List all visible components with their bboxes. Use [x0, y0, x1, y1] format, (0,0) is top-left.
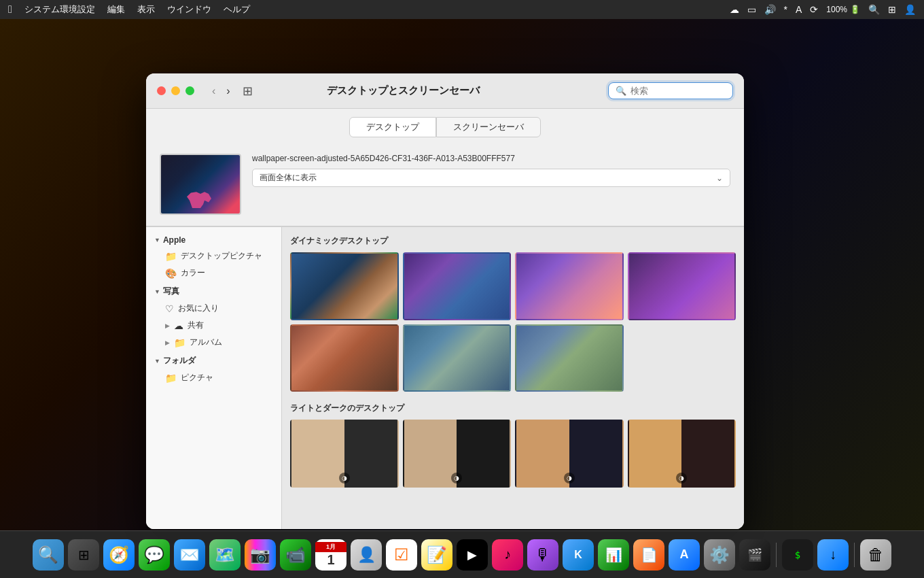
wallpaper-item-5[interactable] — [290, 324, 399, 392]
sidebar-header-folders[interactable]: ▼ フォルダ — [146, 352, 281, 369]
desktop: ‹ › ⊞ デスクトップとスクリーンセーバ 🔍 デスクトップ スクリーンセーバ — [0, 19, 924, 530]
lightdark-desktop-grid: ◑ ◑ ◑ ◑ — [290, 420, 736, 488]
lightdark-item-4[interactable]: ◑ — [628, 420, 736, 488]
wallpaper-item-6[interactable] — [403, 324, 512, 392]
wallpaper-item-4[interactable] — [628, 252, 736, 320]
sidebar-albums-label: アルバム — [190, 337, 222, 348]
sidebar-header-photos[interactable]: ▼ 写真 — [146, 283, 281, 300]
sidebar-photos-label: 写真 — [163, 286, 179, 297]
dock-item-launchpad[interactable]: ⊞ — [68, 539, 99, 571]
dock-item-sysprefs[interactable]: ⚙️ — [704, 539, 735, 571]
sidebar-item-color[interactable]: 🎨 カラー — [146, 265, 281, 282]
chevron-down-icon: ▼ — [154, 288, 160, 295]
dock-item-finalcut[interactable]: 🎬 — [739, 539, 770, 571]
dock-item-appletv[interactable]: ▶ — [457, 539, 488, 571]
calendar-day: 1 — [327, 552, 334, 568]
dock-item-finder[interactable]: 🔍 — [33, 539, 64, 571]
wallpaper-item-7[interactable] — [515, 324, 624, 392]
maximize-button[interactable] — [185, 86, 194, 95]
sidebar-item-pictures[interactable]: 📁 ピクチャ — [146, 369, 281, 386]
lightdark-item-3[interactable]: ◑ — [515, 420, 624, 488]
dock-item-calendar[interactable]: 1月 1 — [315, 539, 346, 571]
font-icon: A — [796, 4, 802, 15]
dynamic-desktop-grid — [290, 252, 736, 392]
wallpaper-item-3[interactable] — [515, 252, 624, 320]
sidebar-item-desktop-pics[interactable]: 📁 デスクトップピクチャ — [146, 248, 281, 265]
chevron-down-icon: ▼ — [154, 237, 160, 243]
battery-icon: 🔋 — [850, 5, 860, 14]
search-icon: 🔍 — [616, 86, 626, 96]
sidebar-folders-label: フォルダ — [163, 355, 196, 367]
window-controls — [157, 86, 194, 95]
sidebar-favorites-label: お気に入り — [178, 303, 219, 314]
menubar-help[interactable]: ヘルプ — [224, 3, 250, 16]
dock-item-appstore[interactable]: A — [669, 539, 700, 571]
cloud-icon: ☁ — [174, 320, 183, 331]
dock-item-mail[interactable]: ✉️ — [174, 539, 205, 571]
account-icon[interactable]: 👤 — [904, 4, 916, 15]
tab-desktop[interactable]: デスクトップ — [349, 117, 436, 137]
dock-item-photos[interactable]: 📷 — [245, 539, 276, 571]
search-menubar-icon[interactable]: 🔍 — [868, 4, 880, 15]
display-option-select[interactable]: 画面全体に表示 ⌄ — [252, 169, 730, 187]
sidebar-section-photos: ▼ 写真 ♡ お気に入り ▶ ☁ 共有 ▶ — [146, 283, 281, 351]
close-button[interactable] — [157, 86, 166, 95]
menubar-view[interactable]: 表示 — [137, 3, 155, 16]
sidebar-item-favorites[interactable]: ♡ お気に入り — [146, 300, 281, 317]
menubar-sysprefs[interactable]: システム環境設定 — [24, 3, 95, 16]
lightdark-desktop-title: ライトとダークのデスクトップ — [290, 403, 736, 414]
dock-item-notes[interactable]: 📝 — [421, 539, 452, 571]
preview-thumbnail — [160, 154, 241, 215]
dock-item-contacts[interactable]: 👤 — [351, 539, 382, 571]
dock-item-maps[interactable]: 🗺️ — [209, 539, 241, 571]
window-title: デスクトップとスクリーンセーバ — [198, 84, 608, 97]
sidebar-shared-label: 共有 — [188, 320, 204, 331]
sidebar-section-folders: ▼ フォルダ 📁 ピクチャ — [146, 352, 281, 386]
dock-item-keynote[interactable]: K — [563, 539, 594, 571]
system-preferences-window: ‹ › ⊞ デスクトップとスクリーンセーバ 🔍 デスクトップ スクリーンセーバ — [146, 73, 744, 529]
titlebar: ‹ › ⊞ デスクトップとスクリーンセーバ 🔍 — [146, 73, 744, 109]
menubar-edit[interactable]: 編集 — [107, 3, 125, 16]
calendar-month: 1月 — [315, 542, 346, 552]
creative-cloud-icon: ☁ — [730, 4, 739, 15]
dock-item-facetime[interactable]: 📹 — [280, 539, 311, 571]
wallpaper-preview-image — [187, 189, 214, 208]
lightdark-item-1[interactable]: ◑ — [290, 420, 399, 488]
apple-menu[interactable]:  — [8, 3, 12, 16]
timemachine-icon: ⟳ — [810, 4, 818, 15]
display-option-label: 画面全体に表示 — [260, 172, 317, 184]
control-center-icon[interactable]: ⊞ — [888, 4, 896, 15]
wallpaper-grid-area: ダイナミックデスクトップ ライトとダークのデスクトップ — [282, 227, 744, 529]
wallpaper-item-2[interactable] — [403, 252, 512, 320]
sidebar-header-apple[interactable]: ▼ Apple — [146, 233, 281, 248]
tab-screensaver[interactable]: スクリーンセーバ — [436, 117, 541, 137]
dock-item-reminders[interactable]: ☑ — [386, 539, 417, 571]
dock-item-airdrop[interactable]: ↓ — [817, 539, 849, 571]
search-box[interactable]: 🔍 — [608, 82, 733, 99]
dock-item-podcasts[interactable]: 🎙 — [527, 539, 558, 571]
top-preview: wallpaper-screen-adjusted-5A65D426-CF31-… — [146, 143, 744, 226]
day-night-icon: ◑ — [339, 473, 350, 483]
dock-item-music[interactable]: ♪ — [492, 539, 523, 571]
dock-separator — [776, 543, 777, 567]
menubar-window[interactable]: ウインドウ — [167, 3, 211, 16]
sidebar-item-albums[interactable]: ▶ 📁 アルバム — [146, 334, 281, 351]
dock-item-pages[interactable]: 📄 — [633, 539, 664, 571]
main-area: ▼ Apple 📁 デスクトップピクチャ 🎨 カラー — [146, 226, 744, 529]
preview-image — [161, 155, 240, 214]
day-night-icon: ◑ — [564, 473, 575, 483]
dock-item-trash[interactable]: 🗑 — [860, 539, 891, 571]
volume-icon[interactable]: 🔊 — [764, 4, 776, 15]
search-input[interactable] — [630, 86, 726, 96]
folder-icon: 📁 — [165, 373, 177, 384]
dock-item-messages[interactable]: 💬 — [139, 539, 170, 571]
wallpaper-item-1[interactable] — [290, 252, 399, 320]
chevron-right-icon: ▶ — [165, 322, 170, 329]
minimize-button[interactable] — [171, 86, 180, 95]
dock-item-safari[interactable]: 🧭 — [103, 539, 135, 571]
dock-item-terminal[interactable]: $ — [782, 539, 813, 571]
lightdark-item-2[interactable]: ◑ — [403, 420, 512, 488]
sidebar-item-shared[interactable]: ▶ ☁ 共有 — [146, 317, 281, 334]
bluetooth-icon[interactable]: * — [784, 4, 787, 15]
dock-item-numbers[interactable]: 📊 — [598, 539, 629, 571]
